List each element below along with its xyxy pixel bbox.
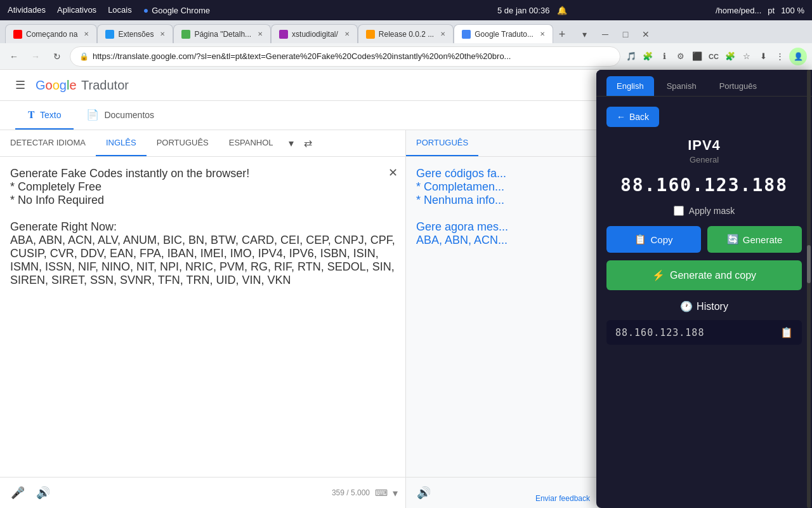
history-item-0: 88.160.123.188 📋 bbox=[606, 320, 802, 345]
lang-btn-ingles[interactable]: INGLÊS bbox=[96, 130, 147, 156]
url-text: https://translate.google.com/?sl=en&tl=p… bbox=[93, 51, 611, 61]
keyboard-icon: ⌨ bbox=[375, 488, 388, 498]
tab-list-button[interactable]: ▾ bbox=[576, 25, 594, 43]
gen-copy-icon: ⚡ bbox=[652, 269, 665, 281]
ext-copy-button[interactable]: 📋 Copy bbox=[606, 226, 701, 253]
tab-0[interactable]: Começando na ✕ bbox=[5, 24, 97, 43]
system-bar-left: Atividades Aplicativos Locais ● Google C… bbox=[8, 5, 349, 15]
copy-icon: 📋 bbox=[634, 234, 646, 245]
info-ext-icon[interactable]: ℹ bbox=[657, 50, 671, 64]
tab-2[interactable]: Página "Detalh... ✕ bbox=[173, 24, 271, 43]
lang-btn-portugues-src[interactable]: PORTUGUÊS bbox=[147, 130, 219, 156]
app-subtitle: Tradutor bbox=[81, 78, 129, 92]
ext-type-title: IPV4 bbox=[606, 137, 802, 154]
ext-lang-tabs: English Spanish Português bbox=[596, 70, 812, 97]
cc-ext-icon[interactable]: CC bbox=[707, 50, 721, 64]
feedback-link[interactable]: Enviar feedback bbox=[535, 494, 590, 503]
char-count: 359 / 5.000 bbox=[332, 488, 370, 497]
maximize-button[interactable]: □ bbox=[617, 25, 634, 43]
hamburger-icon[interactable]: ☰ bbox=[15, 78, 25, 92]
settings-ext-icon[interactable]: ⚙ bbox=[674, 50, 688, 64]
lang-swap-icon[interactable]: ⇄ bbox=[299, 132, 317, 154]
ext-back-button[interactable]: ← Back bbox=[606, 107, 659, 127]
speaker-button[interactable]: 🔊 bbox=[33, 483, 53, 503]
target-speaker-button[interactable]: 🔊 bbox=[414, 483, 434, 503]
address-bar[interactable]: 🔒 https://translate.google.com/?sl=en&tl… bbox=[70, 46, 620, 67]
doc-tab-icon: 📄 bbox=[86, 109, 99, 121]
tab-icon-4 bbox=[366, 30, 375, 39]
ext-lang-english[interactable]: English bbox=[606, 76, 654, 96]
music-ext-icon[interactable]: 🎵 bbox=[624, 50, 638, 64]
gt-logo[interactable]: Google Tradutor bbox=[36, 78, 129, 93]
lang-btn-detectar[interactable]: DETECTAR IDIOMA bbox=[0, 130, 96, 156]
download-button[interactable]: ⬇ bbox=[756, 50, 770, 64]
locations-menu[interactable]: Locais bbox=[108, 5, 132, 15]
history-label: History bbox=[697, 301, 728, 312]
system-bar-datetime: 5 de jan 00:36 🔔 bbox=[362, 6, 703, 15]
mic-button[interactable]: 🎤 bbox=[8, 483, 28, 503]
scrollbar-thumb[interactable] bbox=[807, 245, 811, 283]
tab-icon-2 bbox=[181, 30, 190, 39]
tab-3[interactable]: xstudiodigital/ ✕ bbox=[271, 24, 358, 43]
extensions-button[interactable]: 🧩 bbox=[723, 50, 737, 64]
ext-generate-copy-button[interactable]: ⚡ Generate and copy bbox=[606, 260, 802, 290]
lang-btn-portugues-tgt[interactable]: PORTUGUÊS bbox=[406, 130, 478, 156]
app-container: ☰ Google Tradutor ⊞ 👤 𝐓 Texto 📄 Document… bbox=[0, 70, 812, 508]
tab-texto[interactable]: 𝐓 Texto bbox=[15, 101, 74, 130]
close-window-button[interactable]: ✕ bbox=[637, 25, 655, 43]
text-tab-label: Texto bbox=[40, 110, 61, 120]
lang-label: pt bbox=[768, 6, 775, 15]
screen-ext-icon[interactable]: ⬛ bbox=[690, 50, 704, 64]
profile-avatar[interactable]: 👤 bbox=[789, 48, 807, 65]
battery-label: 100 % bbox=[781, 6, 804, 15]
tab-close-5[interactable]: ✕ bbox=[540, 30, 545, 37]
ext-history-title: 🕐 History bbox=[606, 300, 802, 312]
tab-close-3[interactable]: ✕ bbox=[344, 30, 350, 37]
tab-4[interactable]: Release 0.0.2 ... ✕ bbox=[358, 24, 454, 43]
tab-label-0: Começando na bbox=[26, 30, 77, 39]
clear-input-button[interactable]: ✕ bbox=[388, 166, 398, 180]
apply-mask-checkbox[interactable] bbox=[674, 206, 684, 216]
tab-label-5: Google Traduto... bbox=[475, 30, 534, 39]
activities-menu[interactable]: Atividades bbox=[8, 5, 46, 15]
extension-popup: English Spanish Português ← Back IPV4 Ge… bbox=[596, 70, 812, 508]
back-arrow-icon: ← bbox=[617, 112, 625, 122]
tab-close-4[interactable]: ✕ bbox=[440, 30, 445, 37]
tab-close-1[interactable]: ✕ bbox=[160, 30, 165, 37]
ext-lang-portugues[interactable]: Português bbox=[709, 76, 767, 96]
doc-tab-label: Documentos bbox=[104, 110, 154, 120]
ext-generate-button[interactable]: 🔄 Generate bbox=[707, 226, 802, 253]
refresh-icon: 🔄 bbox=[727, 234, 739, 245]
tab-documentos[interactable]: 📄 Documentos bbox=[74, 101, 167, 130]
text-tab-icon: 𝐓 bbox=[28, 109, 35, 121]
reload-button[interactable]: ↻ bbox=[48, 48, 66, 65]
minimize-button[interactable]: ─ bbox=[596, 25, 614, 43]
tab-1[interactable]: Extensões ✕ bbox=[97, 24, 173, 43]
tab-5[interactable]: Google Traduto... ✕ bbox=[454, 24, 553, 43]
puzzle-ext-icon[interactable]: 🧩 bbox=[641, 50, 655, 64]
ext-mask-row: Apply mask bbox=[606, 206, 802, 216]
tab-close-2[interactable]: ✕ bbox=[258, 30, 263, 37]
history-value-0: 88.160.123.188 bbox=[615, 327, 704, 338]
tab-label-2: Página "Detalh... bbox=[194, 30, 251, 39]
scrollbar[interactable] bbox=[807, 70, 811, 508]
source-panel: DETECTAR IDIOMA INGLÊS PORTUGUÊS ESPANHO… bbox=[0, 130, 406, 508]
lang-btn-espanhol[interactable]: ESPANHOL bbox=[219, 130, 284, 156]
keyboard-dropdown-icon[interactable]: ▾ bbox=[393, 487, 398, 499]
apps-menu[interactable]: Aplicativos bbox=[57, 5, 96, 15]
ext-lang-spanish[interactable]: Spanish bbox=[657, 76, 707, 96]
tab-icon-1 bbox=[105, 30, 114, 39]
new-tab-button[interactable]: + bbox=[553, 25, 571, 43]
tab-icon-0 bbox=[13, 30, 22, 39]
back-button[interactable]: ← bbox=[5, 48, 23, 65]
history-icon: 🕐 bbox=[680, 300, 693, 312]
forward-button[interactable]: → bbox=[27, 48, 44, 65]
ext-generated-value: 88.160.123.188 bbox=[606, 175, 802, 196]
source-textarea[interactable]: Generate Fake Codes instantly on the bro… bbox=[0, 157, 405, 477]
tab-close-0[interactable]: ✕ bbox=[84, 30, 89, 37]
bookmark-button[interactable]: ☆ bbox=[740, 50, 754, 64]
location-label: /home/ped... bbox=[716, 6, 761, 15]
menu-button[interactable]: ⋮ bbox=[773, 50, 787, 64]
history-copy-button-0[interactable]: 📋 bbox=[780, 326, 793, 338]
lang-more-icon[interactable]: ▾ bbox=[284, 132, 299, 154]
